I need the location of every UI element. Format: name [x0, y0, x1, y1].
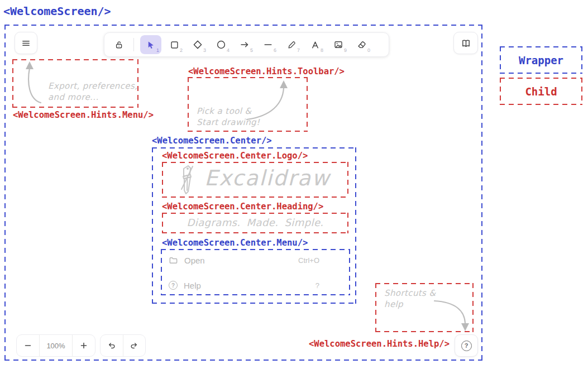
text-icon — [310, 40, 320, 50]
toolbar-divider — [133, 38, 134, 51]
image-icon — [333, 40, 343, 50]
hamburger-icon — [21, 39, 31, 48]
toolbar: 1 2 3 — [104, 32, 389, 57]
redo-icon — [130, 341, 139, 351]
tool-shortcut: 8 — [321, 47, 323, 53]
legend-child: Child — [500, 78, 582, 105]
line-icon — [263, 40, 273, 50]
tool-shortcut: 0 — [367, 47, 370, 53]
diamond-icon — [193, 40, 203, 50]
legend-wrapper-label: Wrapper — [519, 54, 563, 66]
center-heading-label: <WelcomeScreen.Center.Heading/> — [162, 202, 323, 212]
tool-diamond[interactable]: 3 — [187, 35, 208, 54]
help-button[interactable]: ? — [455, 334, 478, 357]
hints-menu-box: Export, preferences, and more... — [12, 59, 138, 108]
center-heading-box: Diagrams. Made. Simple. — [162, 213, 348, 233]
zoom-level[interactable]: 100% — [40, 335, 72, 356]
tool-line[interactable]: 6 — [257, 35, 279, 54]
menu-item-shortcut: Ctrl+O — [298, 256, 319, 265]
zoom-controls: 100% — [16, 334, 95, 357]
center-logo-label: <WelcomeScreen.Center.Logo/> — [162, 151, 308, 161]
tool-ellipse[interactable]: 4 — [211, 35, 232, 54]
undo-button[interactable] — [101, 335, 123, 356]
hints-help-label: <WelcomeScreen.Hints.Help/> — [309, 339, 450, 349]
tool-shortcut: 6 — [274, 47, 276, 53]
tool-selection[interactable]: 1 — [140, 35, 161, 54]
zoom-in-button[interactable] — [73, 335, 95, 356]
tool-arrow[interactable]: 5 — [234, 35, 255, 54]
minus-icon — [24, 342, 32, 349]
history-controls — [100, 334, 146, 357]
redo-button[interactable] — [123, 335, 145, 356]
main-menu-button[interactable] — [15, 32, 37, 54]
ellipse-icon — [216, 40, 226, 50]
menu-item-label: Help — [184, 281, 201, 290]
zoom-out-button[interactable] — [17, 335, 39, 356]
excalidraw-logo-icon — [178, 164, 197, 196]
hint-menu-text: Export, preferences, and more... — [48, 80, 137, 103]
hint-arrow-down-icon — [431, 296, 471, 332]
library-button[interactable] — [453, 32, 478, 54]
tool-shortcut: 3 — [203, 47, 206, 53]
tool-draw[interactable]: 7 — [281, 35, 302, 54]
rectangle-icon — [170, 40, 179, 50]
hints-toolbar-box: Pick a tool & Start drawing! — [188, 77, 308, 132]
menu-item-help[interactable]: ? Help ? — [169, 279, 343, 291]
arrow-icon — [240, 40, 250, 50]
help-circle-icon: ? — [169, 281, 178, 290]
center-heading-text: Diagrams. Made. Simple. — [162, 217, 348, 228]
tool-rectangle[interactable]: 2 — [164, 35, 185, 54]
eraser-icon — [357, 40, 367, 50]
tool-eraser[interactable]: 0 — [351, 35, 372, 54]
undo-icon — [107, 341, 116, 351]
tool-shortcut: 2 — [180, 47, 183, 53]
book-icon — [461, 38, 471, 49]
tool-image[interactable]: 9 — [328, 35, 349, 54]
hints-toolbar-label: <WelcomeScreen.Hints.Toolbar/> — [188, 66, 345, 76]
tool-shortcut: 5 — [250, 47, 253, 53]
hints-menu-label: <WelcomeScreen.Hints.Menu/> — [13, 110, 154, 120]
center-menu-box: Open Ctrl+O ? Help ? — [161, 249, 350, 295]
legend-child-label: Child — [525, 85, 557, 98]
plus-icon — [80, 342, 88, 349]
page-title: <WelcomeScreen/> — [3, 4, 111, 18]
selection-cursor-icon — [146, 40, 156, 50]
welcome-screen-docs-figure: <WelcomeScreen/> — [0, 0, 588, 369]
folder-icon — [169, 256, 178, 265]
unlock-icon — [114, 40, 124, 50]
hint-help-text: Shortcuts & help — [384, 287, 436, 310]
menu-item-shortcut: ? — [315, 281, 319, 290]
legend-wrapper: Wrapper — [500, 46, 582, 74]
tool-shortcut: 7 — [297, 47, 300, 53]
tool-shortcut: 1 — [156, 47, 159, 53]
center-box: <WelcomeScreen.Center.Logo/> Excalidraw … — [152, 147, 356, 304]
hint-toolbar-text: Pick a tool & Start drawing! — [197, 106, 260, 128]
center-logo-box: Excalidraw — [162, 162, 348, 198]
lock-tool-button[interactable] — [109, 35, 128, 54]
help-circle-icon: ? — [461, 341, 472, 351]
center-label: <WelcomeScreen.Center/> — [152, 136, 272, 146]
menu-item-open[interactable]: Open Ctrl+O — [169, 254, 343, 266]
hint-arrow-up-icon — [17, 60, 50, 107]
center-menu-label: <WelcomeScreen.Center.Menu/> — [162, 238, 308, 248]
excalidraw-logo-text: Excalidraw — [204, 165, 330, 191]
tool-shortcut: 9 — [344, 47, 347, 53]
tool-text[interactable]: 8 — [304, 35, 326, 54]
tool-shortcut: 4 — [227, 47, 230, 53]
hints-help-box: Shortcuts & help — [375, 283, 474, 332]
pencil-icon — [287, 40, 297, 50]
menu-item-label: Open — [184, 256, 205, 265]
